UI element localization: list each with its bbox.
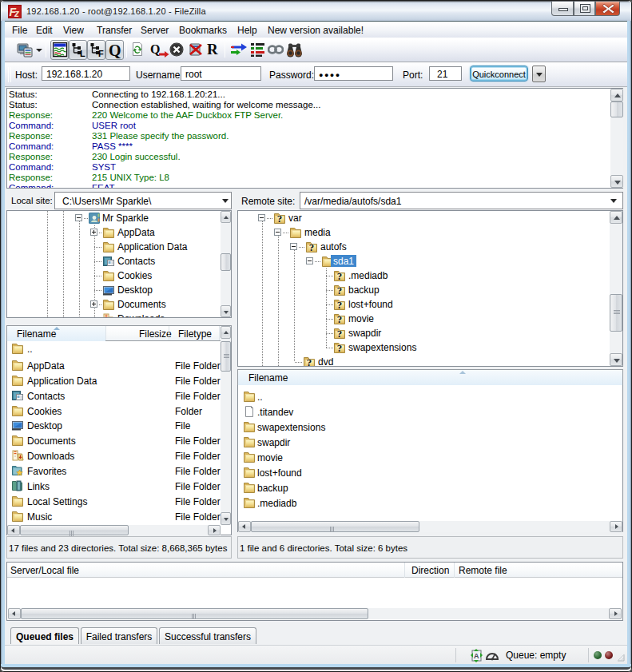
svg-text:R: R <box>207 42 218 58</box>
svg-text:Q: Q <box>150 42 160 56</box>
svg-text:L: L <box>80 49 85 58</box>
svg-text:Q: Q <box>109 42 121 58</box>
svg-text:z: z <box>14 8 19 18</box>
svg-text:A: A <box>474 652 479 660</box>
svg-text:F: F <box>98 49 104 58</box>
